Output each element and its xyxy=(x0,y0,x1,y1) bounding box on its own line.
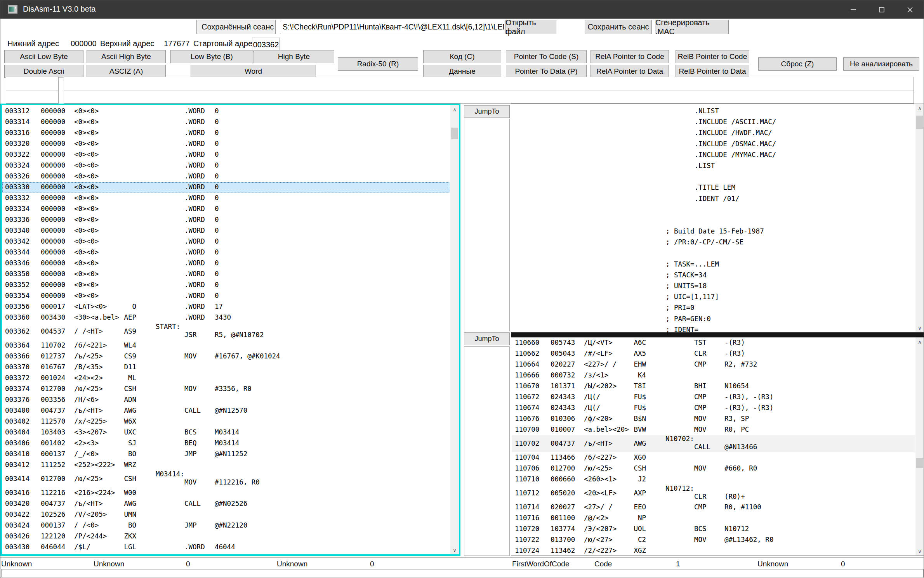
code-row[interactable]: 003400004737/ъ/<HT>AWGCALL@#N12570 xyxy=(2,405,450,416)
jumpto-button-middle[interactable]: JumpTo xyxy=(464,332,510,345)
rela-pointer-code-button[interactable]: RelA Pointer to Code xyxy=(591,50,669,63)
code-row[interactable]: 003350000000<0><0>.WORD0 xyxy=(2,269,450,280)
code-row[interactable]: 003312000000<0><0>.WORD0 xyxy=(2,106,450,117)
code-row[interactable]: 003372001024<24><2>ML xyxy=(2,373,450,384)
code-row[interactable]: 110710000660<260><1>J2 xyxy=(512,474,915,485)
code-row[interactable]: 003410000137/_/<0>BOJMP@#N11252 xyxy=(2,449,450,460)
left-pane-scrollbar[interactable]: ∧ ∨ xyxy=(450,105,459,554)
filter-box-small-bottom[interactable] xyxy=(6,90,59,104)
code-row[interactable]: 003420004737/ъ/<HT>AWGCALL@#N02526 xyxy=(2,498,450,509)
code-row[interactable]: 110666000732/з/<1>K4 xyxy=(512,370,915,381)
code-row[interactable]: 110662005043/#/<LF>AX5CLR-(R3) xyxy=(512,348,915,359)
asciz-button[interactable]: ASCIZ (A) xyxy=(87,65,166,78)
minimize-button-icon[interactable] xyxy=(839,0,867,19)
reset-button[interactable]: Сброс (Z) xyxy=(758,57,837,71)
low-byte-button[interactable]: Low Byte (B) xyxy=(170,50,253,63)
code-row[interactable]: 110676010306/ф/<20>B$NMOVR3, SP xyxy=(512,414,915,424)
code-row[interactable]: 110672024343/Ц(/FU$CMP-(R3), -(R3) xyxy=(512,392,915,403)
code-row[interactable]: 003330000000<0><0>.WORD0 xyxy=(2,182,450,193)
scrollbar-thumb[interactable] xyxy=(916,458,923,468)
start-address-input[interactable]: 003362 xyxy=(252,38,280,52)
word-button[interactable]: Word xyxy=(191,65,316,78)
code-row[interactable]: 003342000000<0><0>.WORD0 xyxy=(2,236,450,247)
high-byte-button[interactable]: High Byte xyxy=(254,50,334,63)
code-row[interactable]: 003324000000<0><0>.WORD0 xyxy=(2,160,450,171)
code-row[interactable]: 003374012700/ю/<25>CSHMOV#3356, R0 xyxy=(2,384,450,395)
code-row[interactable]: 110722013700/ю/<27>C2MOV@#L13462, R0 xyxy=(512,535,915,545)
save-session-button[interactable]: Сохранить сеанс xyxy=(585,20,652,34)
code-row[interactable]: 003424000137/_/<0>BOJMP@#N22120 xyxy=(2,520,450,531)
code-row[interactable]: 003376003356/Н/<6>ADN xyxy=(2,395,450,405)
code-row[interactable]: 110674024343/Ц(/FU$CMP-(R3), -(R3) xyxy=(512,403,915,414)
pointer-to-code-button[interactable]: Pointer To Code (S) xyxy=(506,50,587,63)
jumpto-button-top[interactable]: JumpTo xyxy=(464,105,510,118)
rela-pointer-data-button[interactable]: RelA Pointer to Data xyxy=(591,65,669,78)
code-row[interactable]: 110712005020<20><LF>AXPN10712:CLR(R0)+ xyxy=(512,485,915,502)
code-row[interactable]: 003370016767/В/<35>D11 xyxy=(2,362,450,373)
generate-mac-button[interactable]: Сгенерировать .MAC xyxy=(655,20,729,34)
code-row[interactable]: 003360003430<30><a.bel>AEP.WORD3430 xyxy=(2,312,450,323)
code-row[interactable]: 003426122120/Р/<244>ZKX xyxy=(2,531,450,542)
code-row[interactable]: 110660005743/Ц/<VT>A6CTST-(R3) xyxy=(512,337,915,348)
scroll-down-icon[interactable]: ∨ xyxy=(915,324,924,332)
code-row[interactable]: 003346000000<0><0>.WORD0 xyxy=(2,258,450,269)
filter-box-small-top[interactable] xyxy=(6,77,59,90)
code-row[interactable]: 003332000000<0><0>.WORD0 xyxy=(2,193,450,204)
code-row[interactable]: 110706012700/ю/<25>CSHMOV#660, R0 xyxy=(512,463,915,474)
scrollbar-thumb[interactable] xyxy=(451,128,458,139)
session-dropdown[interactable]: Сохранённый сеанс ˅ xyxy=(196,20,276,34)
file-path-input[interactable]: S:\!Check\Run\PDP11\Hunta\Квант-4С\!\@LE… xyxy=(280,20,504,34)
scroll-down-icon[interactable]: ∨ xyxy=(450,546,459,554)
code-row[interactable]: 110704113466/6/<227>XG0 xyxy=(512,452,915,463)
code-row[interactable]: 003356000017<LAT><0>O.WORD17 xyxy=(2,301,450,312)
data-button[interactable]: Данные xyxy=(423,65,501,78)
code-row[interactable]: 003416112216<216><224>W00 xyxy=(2,488,450,498)
code-row[interactable]: 003364110702/б/<221>WL4 xyxy=(2,340,450,351)
close-button-icon[interactable] xyxy=(896,0,924,19)
ascii-high-byte-button[interactable]: Ascii High Byte xyxy=(87,50,166,63)
code-pane-scrollbar[interactable]: ∧ ∨ xyxy=(915,337,924,556)
code-row[interactable]: 003402112570/х/<225>W6X xyxy=(2,416,450,427)
pointer-to-data-button[interactable]: Pointer To Data (P) xyxy=(506,65,587,78)
code-row[interactable]: 003326000000<0><0>.WORD0 xyxy=(2,171,450,182)
maximize-button-icon[interactable] xyxy=(867,0,896,19)
source-pane-scrollbar[interactable]: ∧ ∨ xyxy=(915,104,924,332)
code-row[interactable]: 003316000000<0><0>.WORD0 xyxy=(2,128,450,138)
code-row[interactable]: 003352000000<0><0>.WORD0 xyxy=(2,280,450,291)
double-ascii-button[interactable]: Double Ascii xyxy=(4,65,83,78)
filter-box-wide-bottom[interactable] xyxy=(64,90,914,104)
code-row[interactable]: 003322000000<0><0>.WORD0 xyxy=(2,149,450,160)
code-row[interactable]: 003336000000<0><0>.WORD0 xyxy=(2,215,450,225)
code-row[interactable]: 003412111252<252><222>WRZ xyxy=(2,460,450,471)
code-row[interactable]: 110714020027<27>/ /EEOCMPR0, #1100 xyxy=(512,502,915,513)
code-row[interactable]: 110702004737/ъ/<HT>AWGN10702:CALL@#N1346… xyxy=(512,435,915,452)
code-row[interactable]: 003320000000<0><0>.WORD0 xyxy=(2,138,450,149)
code-row[interactable]: 003404103403<3><207>UXCBCSM03414 xyxy=(2,427,450,438)
code-row[interactable]: 003314000000<0><0>.WORD0 xyxy=(2,117,450,128)
scroll-down-icon[interactable]: ∨ xyxy=(915,547,924,556)
code-row[interactable]: 003414012700/ю/<25>CSHM03414:MOV#112216,… xyxy=(2,471,450,488)
code-row[interactable]: 110724113462/2/<227>XGZ xyxy=(512,545,915,556)
code-row[interactable]: 110664020227<227>/ /EHWCMPR2, #732 xyxy=(512,359,915,370)
code-row[interactable]: 003362004537/_/<HT>AS9START:JSRR5, @#N10… xyxy=(2,323,450,340)
open-file-button[interactable]: Открыть файл xyxy=(505,20,556,34)
code-row[interactable]: 110700010007<a.bel><20>BVWMOVR0, PC xyxy=(512,424,915,435)
code-row[interactable]: 110716001100/@/<2>NP xyxy=(512,513,915,524)
code-row[interactable]: 110720103774/Э/<207>UOLBCSN10712 xyxy=(512,524,915,535)
no-analyze-button[interactable]: Не анализировать xyxy=(843,57,919,71)
code-row[interactable]: 003344000000<0><0>.WORD0 xyxy=(2,247,450,258)
code-button[interactable]: Код (C) xyxy=(423,50,501,63)
scroll-up-icon[interactable]: ∧ xyxy=(450,105,459,114)
bottom-empty-field[interactable] xyxy=(1,569,924,577)
scrollbar-thumb[interactable] xyxy=(916,116,923,129)
code-row[interactable]: 003340000000<0><0>.WORD0 xyxy=(2,225,450,236)
scroll-up-icon[interactable]: ∧ xyxy=(915,104,924,112)
code-row[interactable]: 003430046044/$L/LGL.WORD46044 xyxy=(2,542,450,553)
code-row[interactable]: 110670101371/Ы/<202>T8IBHIN10654 xyxy=(512,381,915,392)
code-row[interactable]: 003422102526/V/<205>UMN xyxy=(2,509,450,520)
relb-pointer-code-button[interactable]: RelB Pointer to Code xyxy=(676,50,749,63)
code-row[interactable]: 003334000000<0><0>.WORD0 xyxy=(2,204,450,215)
code-row[interactable]: 003406001402<2><3>SJBEQM03414 xyxy=(2,438,450,449)
scroll-up-icon[interactable]: ∧ xyxy=(915,337,924,346)
radix50-button[interactable]: Radix-50 (R) xyxy=(338,57,418,71)
